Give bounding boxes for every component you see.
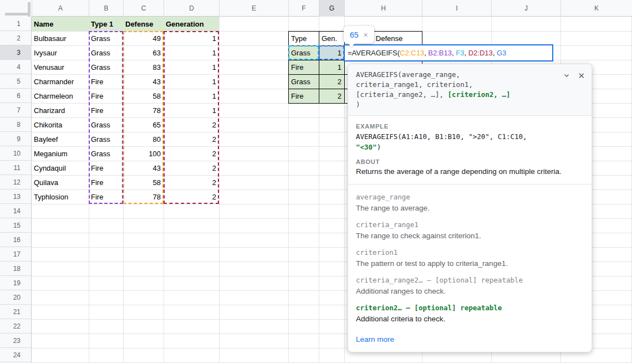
cell-C3[interactable]: 63 xyxy=(123,45,164,60)
cell-G4[interactable]: 1 xyxy=(319,60,345,75)
row-header-7[interactable]: 7 xyxy=(0,103,32,117)
cell-D3[interactable]: 1 xyxy=(164,45,219,60)
row-header-16[interactable]: 16 xyxy=(0,233,32,247)
cell-G5[interactable]: 2 xyxy=(319,74,345,89)
cell-B12[interactable]: Fire xyxy=(89,175,123,189)
column-header-I[interactable]: I xyxy=(422,0,491,17)
column-header-B[interactable]: B xyxy=(89,0,123,17)
row-header-8[interactable]: 8 xyxy=(0,117,32,132)
cell-D5[interactable]: 1 xyxy=(164,74,219,89)
cell-F4[interactable]: Fire xyxy=(288,60,319,75)
cell-B4[interactable]: Grass xyxy=(89,60,123,74)
cell-F3[interactable]: Grass xyxy=(288,45,319,60)
cell-F5[interactable]: Grass xyxy=(288,74,319,89)
cell-G2[interactable]: Gen. xyxy=(319,31,345,46)
column-header-C[interactable]: C xyxy=(123,0,164,17)
row-header-1[interactable]: 1 xyxy=(0,17,32,31)
cell-F6[interactable]: Fire xyxy=(288,89,319,104)
preview-close-icon[interactable]: × xyxy=(364,30,368,39)
cell-C12[interactable]: 58 xyxy=(123,175,164,189)
cell-C11[interactable]: 43 xyxy=(123,161,164,175)
column-header-F[interactable]: F xyxy=(288,0,319,17)
cell-D13[interactable]: 2 xyxy=(164,189,219,204)
cell-B9[interactable]: Grass xyxy=(89,132,123,146)
cell-C9[interactable]: 80 xyxy=(123,132,164,146)
cell-B1[interactable]: Type 1 xyxy=(89,17,123,31)
cell-B7[interactable]: Fire xyxy=(89,103,123,117)
select-all-corner[interactable] xyxy=(0,0,32,17)
row-header-6[interactable]: 6 xyxy=(0,89,32,103)
row-header-9[interactable]: 9 xyxy=(0,132,32,146)
cell-C5[interactable]: 43 xyxy=(123,74,164,89)
row-header-24[interactable]: 24 xyxy=(0,348,32,362)
cell-D8[interactable]: 2 xyxy=(164,117,219,132)
cell-D1[interactable]: Generation xyxy=(164,17,219,31)
row-header-10[interactable]: 10 xyxy=(0,146,32,161)
cell-A13[interactable]: Typhlosion xyxy=(32,189,89,204)
cell-D4[interactable]: 1 xyxy=(164,60,219,74)
cell-A3[interactable]: Ivysaur xyxy=(32,45,89,60)
cell-D11[interactable]: 2 xyxy=(164,161,219,175)
cell-C7[interactable]: 78 xyxy=(123,103,164,117)
cell-B11[interactable]: Fire xyxy=(89,161,123,175)
row-header-11[interactable]: 11 xyxy=(0,161,32,175)
cell-C4[interactable]: 83 xyxy=(123,60,164,74)
cell-C2[interactable]: 49 xyxy=(123,31,164,45)
row-header-20[interactable]: 20 xyxy=(0,290,32,305)
column-header-E[interactable]: E xyxy=(219,0,288,17)
row-header-3[interactable]: 3 xyxy=(0,45,32,60)
cell-D6[interactable]: 1 xyxy=(164,89,219,103)
column-header-K[interactable]: K xyxy=(560,0,632,17)
cell-B10[interactable]: Grass xyxy=(89,146,123,161)
cell-F2[interactable]: Type xyxy=(288,31,319,46)
row-header-21[interactable]: 21 xyxy=(0,305,32,319)
cell-C13[interactable]: 78 xyxy=(123,189,164,204)
cell-B13[interactable]: Fire xyxy=(89,189,123,204)
cell-A8[interactable]: Chikorita xyxy=(32,117,89,132)
row-header-23[interactable]: 23 xyxy=(0,334,32,348)
row-header-12[interactable]: 12 xyxy=(0,175,32,189)
column-header-A[interactable]: A xyxy=(32,0,89,17)
row-header-4[interactable]: 4 xyxy=(0,60,32,74)
cell-A6[interactable]: Charmeleon xyxy=(32,89,89,103)
cell-B2[interactable]: Grass xyxy=(89,31,123,45)
cell-D12[interactable]: 2 xyxy=(164,175,219,189)
cell-A1[interactable]: Name xyxy=(32,17,89,31)
cell-C10[interactable]: 100 xyxy=(123,146,164,161)
column-header-H[interactable]: H xyxy=(344,0,422,17)
chevron-down-icon[interactable] xyxy=(563,71,570,80)
cell-B8[interactable]: Grass xyxy=(89,117,123,132)
row-header-5[interactable]: 5 xyxy=(0,74,32,89)
formula-edit-cell-H3[interactable]: =AVERAGEIFS(C2:C13, B2:B13, F3, D2:D13, … xyxy=(344,44,553,61)
cell-C8[interactable]: 65 xyxy=(123,117,164,132)
cell-A12[interactable]: Quilava xyxy=(32,175,89,189)
cell-D2[interactable]: 1 xyxy=(164,31,219,45)
cell-A2[interactable]: Bulbasaur xyxy=(32,31,89,45)
cell-B5[interactable]: Fire xyxy=(89,74,123,89)
cell-B6[interactable]: Fire xyxy=(89,89,123,103)
cell-A4[interactable]: Venusaur xyxy=(32,60,89,74)
close-icon[interactable]: ✕ xyxy=(578,71,585,80)
cell-C6[interactable]: 58 xyxy=(123,89,164,103)
cell-A5[interactable]: Charmander xyxy=(32,74,89,89)
row-header-22[interactable]: 22 xyxy=(0,319,32,334)
column-header-D[interactable]: D xyxy=(164,0,219,17)
column-header-J[interactable]: J xyxy=(491,0,560,17)
cell-A7[interactable]: Charizard xyxy=(32,103,89,117)
row-header-19[interactable]: 19 xyxy=(0,276,32,290)
cell-C1[interactable]: Defense xyxy=(123,17,164,31)
row-header-14[interactable]: 14 xyxy=(0,204,32,218)
cell-D10[interactable]: 2 xyxy=(164,146,219,161)
cell-G6[interactable]: 2 xyxy=(319,89,345,104)
row-header-15[interactable]: 15 xyxy=(0,218,32,233)
row-header-18[interactable]: 18 xyxy=(0,262,32,276)
column-header-G[interactable]: G xyxy=(319,0,344,17)
cell-D7[interactable]: 1 xyxy=(164,103,219,117)
cell-D9[interactable]: 2 xyxy=(164,132,219,146)
cell-B3[interactable]: Grass xyxy=(89,45,123,60)
cell-A11[interactable]: Cyndaquil xyxy=(32,161,89,175)
row-header-17[interactable]: 17 xyxy=(0,247,32,262)
learn-more-link[interactable]: Learn more xyxy=(356,335,394,344)
row-header-13[interactable]: 13 xyxy=(0,189,32,204)
row-header-2[interactable]: 2 xyxy=(0,31,32,45)
